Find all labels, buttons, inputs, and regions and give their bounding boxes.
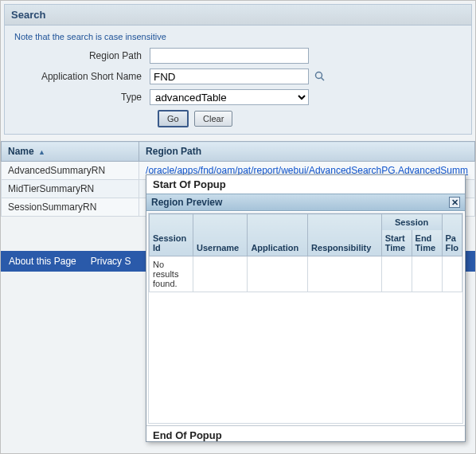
cell-name: SessionSummaryRN xyxy=(2,198,139,217)
col-session-id[interactable]: Session Id xyxy=(150,214,193,256)
col-name-header[interactable]: Name ▲ xyxy=(2,142,139,162)
region-path-label: Region Path xyxy=(14,50,150,61)
about-page-link[interactable]: About this Page xyxy=(9,256,76,267)
col-start-time[interactable]: Start Time xyxy=(381,230,412,256)
search-note: Note that the search is case insensitive xyxy=(14,32,462,41)
popup-titlebar: Region Preview ✕ xyxy=(146,194,465,211)
app-short-name-input[interactable] xyxy=(150,68,309,84)
search-body: Note that the search is case insensitive… xyxy=(5,25,471,134)
type-row: Type advancedTable xyxy=(14,89,462,105)
region-path-row: Region Path xyxy=(14,48,462,64)
col-end-time[interactable]: End Time xyxy=(412,230,442,256)
col-region-path-header[interactable]: Region Path xyxy=(139,142,475,162)
col-application[interactable]: Application xyxy=(248,214,308,256)
table-row: No results found. xyxy=(150,256,462,292)
type-select[interactable]: advancedTable xyxy=(150,89,309,105)
region-preview-popup: Start Of Popup Region Preview ✕ Session … xyxy=(146,174,466,442)
preview-table: Session Id Username Application Responsi… xyxy=(149,213,462,292)
privacy-link[interactable]: Privacy S xyxy=(91,256,131,267)
col-responsibility[interactable]: Responsibility xyxy=(308,214,382,256)
go-button[interactable]: Go xyxy=(158,110,189,127)
popup-title: Region Preview xyxy=(151,197,222,208)
clear-button[interactable]: Clear xyxy=(194,111,232,127)
popup-start-label: Start Of Popup xyxy=(146,175,465,194)
no-results-cell: No results found. xyxy=(150,256,193,292)
cell-name: MidTierSummaryRN xyxy=(2,180,139,198)
popup-end-label: End Of Popup xyxy=(146,425,465,444)
col-pa[interactable]: Pa Flo xyxy=(442,214,462,256)
col-username[interactable]: Username xyxy=(193,214,248,256)
cell-name: AdvancedSummaryRN xyxy=(2,162,139,180)
search-header: Search xyxy=(5,5,471,25)
svg-line-1 xyxy=(322,78,325,81)
region-path-input[interactable] xyxy=(150,48,309,64)
col-session-group: Session xyxy=(381,214,442,231)
app-window: Search Note that the search is case inse… xyxy=(0,0,476,454)
popup-body[interactable]: Session Id Username Application Responsi… xyxy=(148,213,463,424)
col-name-label: Name xyxy=(8,146,34,157)
sort-asc-icon: ▲ xyxy=(38,148,45,156)
lookup-icon[interactable] xyxy=(314,70,326,83)
svg-point-0 xyxy=(316,72,322,79)
close-icon[interactable]: ✕ xyxy=(449,197,460,208)
search-buttons: Go Clear xyxy=(158,110,462,127)
type-label: Type xyxy=(14,92,150,103)
app-short-name-row: Application Short Name xyxy=(14,68,462,84)
app-short-name-label: Application Short Name xyxy=(14,71,150,82)
search-panel: Search Note that the search is case inse… xyxy=(4,4,472,135)
